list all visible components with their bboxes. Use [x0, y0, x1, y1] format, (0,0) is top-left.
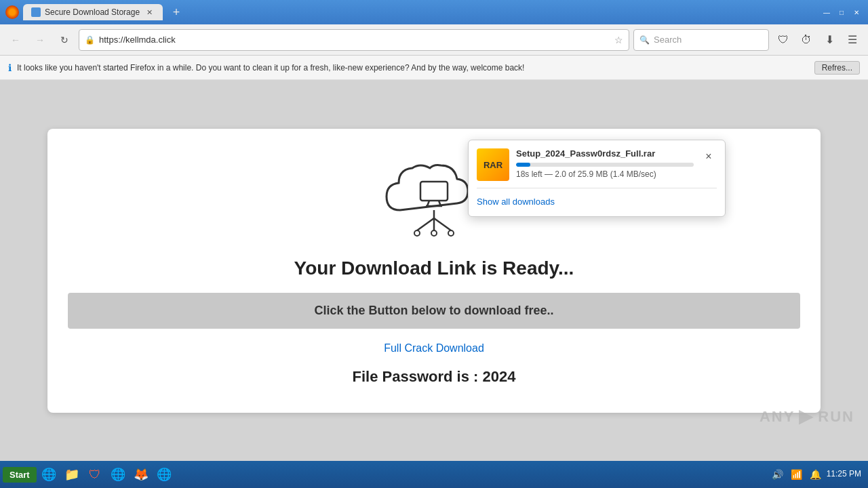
file-status: 18s left — 2.0 of 25.9 MB (1.4 MB/sec)	[516, 169, 694, 179]
search-bar[interactable]: 🔍 Search	[633, 29, 769, 51]
download-popup: RAR Setup_2024_Passw0rdsz_Full.rar 18s l…	[468, 140, 726, 217]
tab-close-button[interactable]: ✕	[144, 7, 155, 18]
taskbar-volume-icon[interactable]: 🔊	[770, 466, 786, 483]
file-icon: RAR	[477, 148, 509, 181]
start-label: Start	[9, 470, 30, 480]
rar-icon: RAR	[484, 160, 502, 170]
pocket-icon[interactable]: 🛡	[773, 30, 793, 50]
firefox-logo-icon	[5, 5, 19, 19]
svg-point-8	[414, 230, 420, 236]
crack-download-link[interactable]: Full Crack Download	[384, 342, 484, 354]
maximize-button[interactable]: □	[835, 6, 848, 18]
info-icon: ℹ	[8, 62, 12, 73]
forward-button[interactable]: →	[30, 30, 50, 50]
url-text: https://kellmda.click	[99, 35, 610, 45]
popup-header: RAR Setup_2024_Passw0rdsz_Full.rar 18s l…	[477, 148, 717, 181]
bookmark-icon[interactable]: ☆	[614, 35, 623, 45]
password-text: File Password is : 2024	[353, 368, 516, 386]
progress-bar-fill	[516, 163, 530, 167]
tab-title: Secure Download Storage	[45, 7, 140, 17]
time-display: 11:25 PM	[827, 469, 861, 480]
taskbar-chrome-icon[interactable]: 🌐	[107, 464, 129, 485]
taskbar-right: 🔊 📶 🔔 11:25 PM	[770, 466, 865, 483]
anyrun-arrow-icon: ▶	[799, 406, 814, 427]
popup-divider	[477, 188, 717, 188]
anyrun-watermark: ANY ▶ RUN	[760, 406, 854, 427]
close-button[interactable]: ✕	[850, 6, 863, 18]
file-name: Setup_2024_Passw0rdsz_Full.rar	[516, 148, 694, 159]
anyrun-text: ANY	[760, 408, 795, 426]
search-icon: 🔍	[639, 35, 650, 45]
window-controls: — □ ✕	[821, 6, 863, 18]
svg-rect-0	[420, 182, 448, 201]
search-placeholder: Search	[654, 35, 682, 45]
title-bar-left: Secure Download Storage ✕ +	[5, 3, 186, 22]
notification-bar: ℹ It looks like you haven't started Fire…	[0, 56, 868, 80]
new-tab-button[interactable]: +	[167, 3, 186, 22]
address-bar[interactable]: 🔒 https://kellmda.click ☆	[79, 29, 629, 51]
firefox-account-icon[interactable]: ⏱	[796, 30, 816, 50]
refresh-button[interactable]: Refres...	[814, 61, 860, 75]
notification-text: It looks like you haven't started Firefo…	[17, 63, 809, 73]
title-bar: Secure Download Storage ✕ + — □ ✕	[0, 0, 868, 24]
svg-point-9	[431, 230, 437, 236]
content-area: Your Download Link is Ready... Click the…	[0, 80, 868, 461]
back-button[interactable]: ←	[5, 30, 26, 50]
taskbar-explorer-icon[interactable]: 📁	[61, 464, 83, 485]
reload-button[interactable]: ↻	[54, 30, 75, 50]
progress-bar-container	[516, 163, 694, 167]
anyrun-text2: RUN	[818, 408, 854, 426]
extensions-icon[interactable]: ⬇	[819, 30, 840, 50]
ready-title: Your Download Link is Ready...	[294, 258, 574, 279]
svg-point-10	[448, 230, 454, 236]
tab-favicon-icon	[31, 7, 41, 17]
lock-icon: 🔒	[85, 35, 95, 45]
taskbar-firefox-icon[interactable]: 🦊	[130, 464, 152, 485]
minimize-button[interactable]: —	[821, 6, 833, 18]
file-info: Setup_2024_Passw0rdsz_Full.rar 18s left …	[516, 148, 694, 179]
browser-tab[interactable]: Secure Download Storage ✕	[23, 4, 163, 20]
navigation-bar: ← → ↻ 🔒 https://kellmda.click ☆ 🔍 Search…	[0, 24, 868, 56]
taskbar-ie-icon[interactable]: 🌐	[38, 464, 60, 485]
taskbar-network-icon[interactable]: 📶	[789, 466, 805, 483]
download-button[interactable]: Click the Button below to download free.…	[68, 293, 800, 329]
toolbar-icons: 🛡 ⏱ ⬇ ☰	[773, 30, 863, 50]
svg-line-7	[434, 218, 451, 230]
start-button[interactable]: Start	[3, 467, 37, 483]
svg-line-5	[417, 218, 434, 230]
time: 11:25 PM	[827, 469, 861, 480]
taskbar-shield-icon[interactable]: 🛡	[84, 464, 106, 485]
taskbar-notification-icon[interactable]: 🔔	[808, 466, 824, 483]
menu-icon[interactable]: ☰	[842, 30, 863, 50]
taskbar: Start 🌐 📁 🛡 🌐 🦊 🌐 🔊 📶 🔔 11:25 PM	[0, 461, 868, 488]
popup-close-button[interactable]: ×	[701, 148, 717, 165]
show-all-downloads-link[interactable]: Show all downloads	[477, 195, 555, 208]
taskbar-edge-icon[interactable]: 🌐	[153, 464, 175, 485]
